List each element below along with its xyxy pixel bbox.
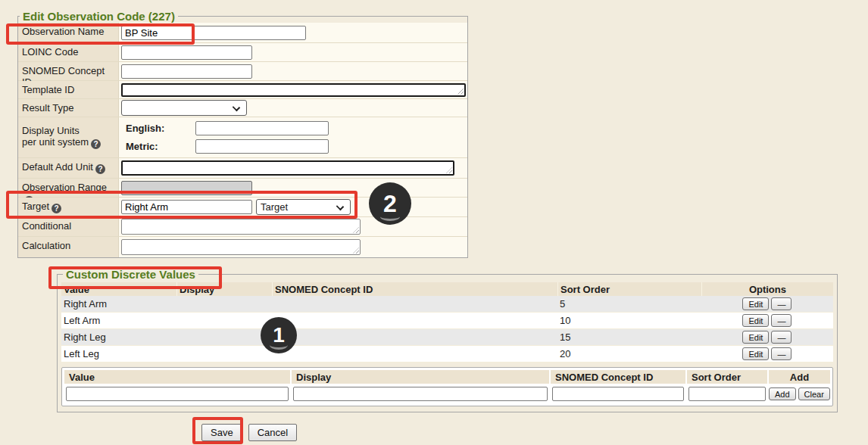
- row-template-id: Template ID: [18, 81, 467, 99]
- calculation-textarea[interactable]: [121, 239, 361, 255]
- add-header-add: Add: [769, 370, 830, 384]
- template-id-textarea[interactable]: [121, 83, 466, 97]
- observation-name-label: Observation Name: [18, 23, 119, 42]
- metric-units-row: Metric:: [121, 138, 466, 157]
- table-header-row: Value Display SNOMED Concept ID Sort Ord…: [61, 282, 833, 296]
- page: Edit Observation Code (227) Observation …: [0, 0, 868, 445]
- table-row: Left Arm 10 Edit —: [61, 313, 833, 329]
- cell-display: [176, 330, 272, 345]
- snomed-concept-id-input[interactable]: [121, 64, 252, 79]
- cell-snomed: [272, 313, 557, 328]
- header-value: Value: [61, 282, 176, 296]
- english-units-row: English:: [121, 119, 466, 138]
- cell-snomed: [272, 347, 557, 362]
- resize-handle-icon: [446, 167, 452, 173]
- cell-value: Left Leg: [61, 347, 176, 362]
- header-sort-order: Sort Order: [557, 282, 701, 296]
- snomed-concept-id-label: SNOMED Concept ID: [18, 62, 119, 80]
- target-input[interactable]: [121, 200, 252, 214]
- add-header-value: Value: [64, 370, 292, 384]
- row-observation-name: Observation Name: [18, 23, 467, 43]
- annotation-badge-1: 1: [261, 317, 297, 353]
- form-actions: Save Cancel: [201, 424, 297, 441]
- observation-range-input[interactable]: [121, 181, 252, 195]
- cell-display: [176, 313, 272, 328]
- result-type-label: Result Type: [18, 99, 119, 117]
- add-snomed-input[interactable]: [552, 387, 684, 401]
- default-add-unit-label: Default Add Unit?: [18, 158, 119, 178]
- edit-button[interactable]: Edit: [742, 314, 769, 327]
- add-value-input[interactable]: [66, 387, 289, 401]
- cell-snomed: [272, 330, 557, 345]
- annotation-badge-2: 2: [369, 182, 411, 225]
- edit-button[interactable]: Edit: [742, 347, 769, 360]
- remove-button[interactable]: —: [771, 297, 792, 310]
- resize-handle-icon: [457, 89, 464, 95]
- row-result-type: Result Type: [18, 99, 467, 117]
- target-label: Target?: [18, 198, 119, 216]
- metric-units-label: Metric:: [126, 141, 195, 152]
- help-icon[interactable]: ?: [52, 204, 61, 213]
- cell-sort-order: 15: [557, 330, 701, 345]
- remove-button[interactable]: —: [771, 314, 792, 327]
- chevron-down-icon: [233, 104, 240, 111]
- loinc-code-label: LOINC Code: [18, 43, 119, 61]
- table-row: Left Leg 20 Edit —: [61, 346, 833, 363]
- help-icon[interactable]: ?: [91, 139, 101, 149]
- clear-button[interactable]: Clear: [798, 387, 830, 400]
- form-legend: Edit Observation Code (227): [20, 10, 178, 23]
- header-snomed: SNOMED Concept ID: [272, 282, 557, 296]
- cell-display: [176, 297, 272, 312]
- cell-value: Right Leg: [61, 330, 176, 345]
- cell-value: Right Arm: [61, 297, 176, 312]
- target-selected-value: Target: [261, 201, 288, 213]
- cancel-button[interactable]: Cancel: [248, 424, 297, 441]
- help-icon[interactable]: ?: [95, 164, 105, 174]
- english-units-label: English:: [126, 123, 195, 134]
- resize-handle-icon: [353, 247, 359, 254]
- default-add-unit-textarea[interactable]: [121, 160, 454, 176]
- header-display: Display: [176, 282, 272, 296]
- header-options: Options: [701, 282, 833, 296]
- conditional-label: Conditional: [18, 217, 119, 236]
- add-header-row: Value Display SNOMED Concept ID Sort Ord…: [64, 370, 830, 384]
- row-display-units: Display Units per unit system? English: …: [18, 117, 467, 158]
- display-units-label: Display Units per unit system?: [18, 117, 119, 157]
- add-display-input[interactable]: [293, 387, 548, 401]
- cell-value: Left Arm: [61, 313, 176, 328]
- loinc-code-input[interactable]: [121, 45, 252, 60]
- row-loinc-code: LOINC Code: [18, 43, 467, 62]
- discrete-values-table: Value Display SNOMED Concept ID Sort Ord…: [61, 282, 833, 363]
- discrete-legend: Custom Discrete Values: [63, 268, 198, 281]
- cell-sort-order: 5: [557, 297, 701, 312]
- result-type-select[interactable]: [121, 100, 247, 116]
- save-button[interactable]: Save: [201, 424, 242, 441]
- add-header-snomed: SNOMED Concept ID: [551, 370, 687, 384]
- add-header-sort-order: Sort Order: [687, 370, 769, 384]
- add-button[interactable]: Add: [769, 387, 796, 400]
- row-default-add-unit: Default Add Unit?: [18, 158, 467, 179]
- add-sort-order-input[interactable]: [688, 387, 766, 401]
- cell-sort-order: 20: [557, 347, 701, 362]
- row-snomed-concept-id: SNOMED Concept ID: [18, 62, 467, 81]
- add-header-display: Display: [292, 370, 551, 384]
- edit-button[interactable]: Edit: [742, 297, 769, 310]
- observation-range-label: Observation Range?: [18, 179, 119, 197]
- conditional-textarea[interactable]: [121, 219, 361, 235]
- add-value-panel: Value Display SNOMED Concept ID Sort Ord…: [61, 367, 833, 406]
- edit-button[interactable]: Edit: [742, 331, 769, 344]
- target-select[interactable]: Target: [256, 199, 351, 215]
- english-units-input[interactable]: [195, 121, 329, 135]
- cell-sort-order: 10: [557, 313, 701, 328]
- remove-button[interactable]: —: [771, 331, 792, 344]
- metric-units-input[interactable]: [195, 139, 329, 154]
- chevron-down-icon: [336, 203, 344, 210]
- remove-button[interactable]: —: [771, 347, 792, 360]
- template-id-label: Template ID: [18, 81, 119, 98]
- row-calculation: Calculation: [18, 237, 467, 257]
- add-input-row: Add Clear: [64, 384, 830, 403]
- table-row: Right Leg 15 Edit —: [61, 329, 833, 346]
- observation-name-input[interactable]: [121, 26, 306, 40]
- custom-discrete-values-section: Custom Discrete Values Value Display SNO…: [57, 268, 838, 412]
- cell-display: [176, 347, 272, 362]
